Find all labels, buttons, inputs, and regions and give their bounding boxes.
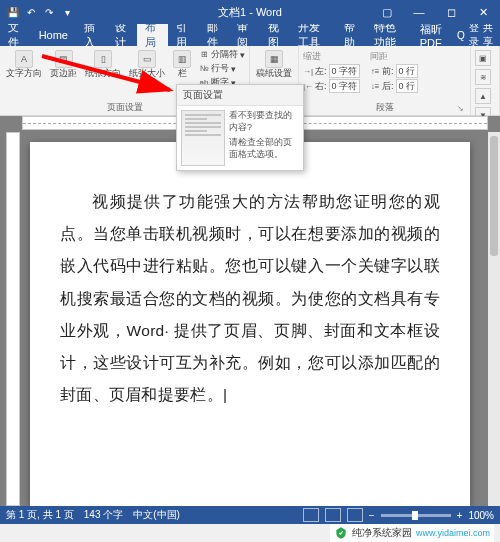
spacing-header: 间距 <box>370 50 418 63</box>
tooltip-line2: 请检查全部的页面格式选项。 <box>229 137 299 160</box>
document-paragraph[interactable]: 视频提供了功能强大的方法帮助您证明您的观点。当您单击联机视频时，可以在想要添加的… <box>60 186 440 412</box>
word-count-status[interactable]: 143 个字 <box>84 508 123 522</box>
tab-layout[interactable]: 布局 <box>137 24 168 46</box>
watermark: 纯净系统家园 www.yidaimei.com <box>330 524 494 542</box>
tab-devtools[interactable]: 开发工具 <box>290 24 335 46</box>
document-area: 视频提供了功能强大的方法帮助您证明您的观点。当您单击联机视频时，可以在想要添加的… <box>0 116 500 506</box>
ribbon-options-icon[interactable]: ▢ <box>372 0 402 24</box>
tab-foxit-pdf[interactable]: 福昕PDF <box>412 24 457 46</box>
group-paragraph-label: 段落 <box>376 102 394 112</box>
indent-header: 缩进 <box>303 50 360 63</box>
zoom-out-button[interactable]: − <box>369 510 375 521</box>
orientation-button[interactable]: ▯纸张方向 <box>83 48 123 81</box>
minimize-button[interactable]: — <box>404 0 434 24</box>
redo-icon[interactable]: ↷ <box>42 5 56 19</box>
watermark-logo-icon <box>334 526 348 540</box>
page-setup-tooltip: 页面设置 看不到要查找的内容? 请检查全部的页面格式选项。 <box>176 84 304 171</box>
group-page-setup-label: 页面设置 <box>107 102 143 112</box>
breaks-button[interactable]: ⊞分隔符▾ <box>199 48 245 61</box>
text-direction-button[interactable]: A文字方向 <box>4 48 44 81</box>
ribbon-tabs: 文件 Home 插入 设计 布局 引用 邮件 审阅 视图 开发工具 帮助 特色功… <box>0 24 500 46</box>
tab-mailings[interactable]: 邮件 <box>199 24 230 46</box>
share-button[interactable]: 共享 <box>483 21 494 49</box>
tab-design[interactable]: 设计 <box>107 24 138 46</box>
web-layout-button[interactable] <box>347 508 363 522</box>
tab-home[interactable]: Home <box>31 24 76 46</box>
zoom-in-button[interactable]: + <box>457 510 463 521</box>
language-status[interactable]: 中文(中国) <box>133 508 180 522</box>
watermark-url: www.yidaimei.com <box>416 528 490 538</box>
page-number-status[interactable]: 第 1 页, 共 1 页 <box>6 508 74 522</box>
print-layout-button[interactable] <box>325 508 341 522</box>
line-numbers-button[interactable]: №行号▾ <box>199 62 245 75</box>
close-button[interactable]: ✕ <box>468 0 498 24</box>
tab-references[interactable]: 引用 <box>168 24 199 46</box>
spacing-after-field[interactable]: ↓≡后:0 行 <box>370 79 418 93</box>
login-button[interactable]: 登录 <box>469 21 480 49</box>
tab-view[interactable]: 视图 <box>260 24 291 46</box>
scrollbar-thumb[interactable] <box>490 136 498 256</box>
spacing-before-field[interactable]: ↑≡前:0 行 <box>370 64 418 78</box>
vertical-scrollbar[interactable] <box>488 132 500 506</box>
watermark-name: 纯净系统家园 <box>352 526 412 540</box>
tab-features[interactable]: 特色功能 <box>366 24 411 46</box>
margins-button[interactable]: ▤页边距 <box>48 48 79 81</box>
group-arrange: ▣ ≋ ▲ ▼ ☰ ≡ ⊞ ⟳ 排列 <box>471 46 500 115</box>
file-tab[interactable]: 文件 <box>0 24 31 46</box>
zoom-level[interactable]: 100% <box>468 510 494 521</box>
position-icon[interactable]: ▣ <box>475 50 491 66</box>
tab-insert[interactable]: 插入 <box>76 24 107 46</box>
columns-button[interactable]: ▥栏 <box>171 48 193 81</box>
document-page[interactable]: 视频提供了功能强大的方法帮助您证明您的观点。当您单击联机视频时，可以在想要添加的… <box>30 142 470 506</box>
read-mode-button[interactable] <box>303 508 319 522</box>
paragraph-launcher-icon[interactable]: ↘ <box>457 104 464 113</box>
window-title: 文档1 - Word <box>218 5 282 20</box>
wrap-text-icon[interactable]: ≋ <box>475 69 491 85</box>
manuscript-paper-button[interactable]: ▦稿纸设置 <box>254 48 294 81</box>
qat: 💾 ↶ ↷ ▾ <box>0 5 74 19</box>
zoom-slider[interactable] <box>381 514 451 517</box>
undo-icon[interactable]: ↶ <box>24 5 38 19</box>
save-icon[interactable]: 💾 <box>6 5 20 19</box>
title-bar: 💾 ↶ ↷ ▾ 文档1 - Word ▢ — ◻ ✕ <box>0 0 500 24</box>
tell-me-icon[interactable]: Q <box>457 30 465 41</box>
indent-left-field[interactable]: →|左:0 字符 <box>303 64 360 78</box>
qat-more-icon[interactable]: ▾ <box>60 5 74 19</box>
tooltip-title: 页面设置 <box>177 85 303 106</box>
status-bar: 第 1 页, 共 1 页 143 个字 中文(中国) − + 100% <box>0 506 500 524</box>
group-paragraph: 缩进 →|左:0 字符 |←右:0 字符 间距 ↑≡前:0 行 ↓≡后:0 行 … <box>299 46 471 115</box>
bring-forward-icon[interactable]: ▲ <box>475 88 491 104</box>
paper-size-button[interactable]: ▭纸张大小 <box>127 48 167 81</box>
indent-right-field[interactable]: |←右:0 字符 <box>303 79 360 93</box>
vertical-ruler[interactable] <box>6 132 20 506</box>
maximize-button[interactable]: ◻ <box>436 0 466 24</box>
tab-help[interactable]: 帮助 <box>336 24 367 46</box>
tooltip-line1: 看不到要查找的内容? <box>229 110 299 133</box>
tooltip-thumbnail-icon <box>181 110 225 166</box>
tab-review[interactable]: 审阅 <box>229 24 260 46</box>
